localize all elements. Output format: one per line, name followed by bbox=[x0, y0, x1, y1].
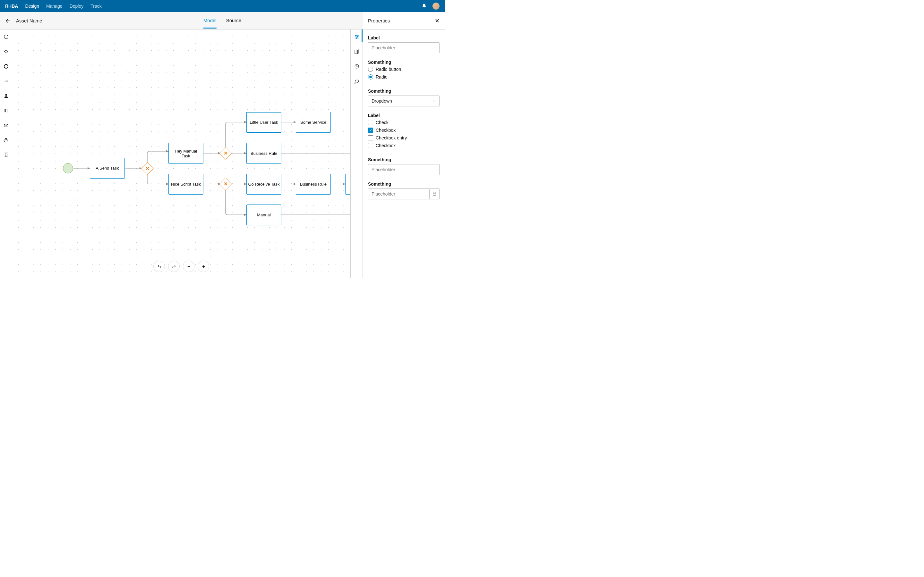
field-checkbox-group: Label Check Checkbox Checkbox entry Chec… bbox=[368, 113, 439, 151]
zoom-out-button[interactable] bbox=[183, 261, 194, 272]
field-radio-group: Something Radio button Radio bbox=[368, 60, 439, 82]
node-service[interactable]: Some Service bbox=[296, 112, 331, 133]
tool-table-icon[interactable] bbox=[3, 108, 9, 113]
node-gateway-3[interactable]: ✕ bbox=[221, 179, 230, 189]
nav-design[interactable]: Design bbox=[25, 3, 39, 9]
tool-script-icon[interactable] bbox=[3, 152, 9, 158]
canvas-wrap: A Send Task ✕ Hey Manual Task Nice Scrip… bbox=[12, 29, 351, 278]
subheader-left: Asset Name bbox=[0, 18, 42, 24]
date-picker-button[interactable] bbox=[430, 189, 439, 199]
properties-title: Properties bbox=[368, 18, 390, 23]
text2-label: Something bbox=[368, 157, 439, 162]
nav-deploy[interactable]: Deploy bbox=[69, 3, 84, 9]
checkbox-label: Checkbox entry bbox=[376, 135, 407, 140]
nav-manage[interactable]: Manage bbox=[46, 3, 63, 9]
node-manual-2[interactable]: Manual bbox=[246, 205, 281, 226]
node-script-task[interactable]: Nice Script Task bbox=[168, 174, 204, 195]
checkbox-option-2[interactable]: Checkbox entry bbox=[368, 135, 439, 140]
undo-button[interactable] bbox=[153, 261, 165, 272]
checkbox-label: Check bbox=[376, 120, 389, 125]
checkbox-option-0[interactable]: Check bbox=[368, 120, 439, 125]
tool-message-icon[interactable] bbox=[3, 122, 9, 128]
node-start-event[interactable] bbox=[63, 163, 73, 173]
rail-comments-icon[interactable] bbox=[354, 78, 360, 84]
checkbox-icon bbox=[368, 120, 373, 125]
nav-track[interactable]: Track bbox=[90, 3, 102, 9]
right-rail bbox=[351, 29, 363, 278]
svg-rect-13 bbox=[433, 193, 436, 195]
svg-point-5 bbox=[4, 64, 8, 68]
tab-model[interactable]: Model bbox=[204, 12, 216, 29]
avatar[interactable] bbox=[433, 3, 439, 10]
label-input[interactable] bbox=[368, 42, 439, 53]
checkbox-group-label: Label bbox=[368, 113, 439, 118]
checkbox-label: Checkbox bbox=[376, 127, 396, 133]
top-nav-left: RHBA Design Manage Deploy Track bbox=[5, 3, 102, 9]
radio-option-0[interactable]: Radio button bbox=[368, 67, 439, 72]
redo-button[interactable] bbox=[168, 261, 180, 272]
canvas[interactable]: A Send Task ✕ Hey Manual Task Nice Scrip… bbox=[12, 29, 351, 278]
svg-rect-4 bbox=[4, 50, 8, 53]
rail-history-icon[interactable] bbox=[354, 63, 360, 69]
radio-label: Radio button bbox=[376, 67, 401, 72]
top-nav-right bbox=[422, 3, 439, 10]
radio-icon bbox=[368, 67, 373, 72]
svg-point-11 bbox=[357, 37, 358, 37]
field-date: Something bbox=[368, 181, 439, 199]
radio-label: Radio bbox=[376, 74, 388, 79]
node-manual-task[interactable]: Hey Manual Task bbox=[168, 143, 204, 164]
back-arrow-icon[interactable] bbox=[5, 18, 10, 24]
properties-header: Properties ✕ bbox=[363, 12, 445, 29]
zoom-in-button[interactable] bbox=[198, 261, 209, 272]
node-receive-task[interactable]: Go Receive Task bbox=[246, 174, 281, 195]
left-toolbar bbox=[0, 29, 12, 278]
properties-body: Label Something Radio button Radio Somet… bbox=[363, 29, 445, 205]
bottom-controls bbox=[153, 261, 209, 272]
top-nav: RHBA Design Manage Deploy Track bbox=[0, 0, 445, 12]
properties-panel: Properties ✕ Label Something Radio butto… bbox=[363, 29, 445, 278]
radio-icon bbox=[368, 74, 373, 79]
node-gateway-1[interactable]: ✕ bbox=[142, 164, 152, 173]
field-label-text: Label bbox=[368, 35, 439, 40]
field-text-2: Something bbox=[368, 157, 439, 175]
date-input[interactable] bbox=[368, 189, 430, 199]
date-label: Something bbox=[368, 181, 439, 187]
rail-properties-icon[interactable] bbox=[354, 34, 360, 40]
node-gateway-2[interactable]: ✕ bbox=[221, 148, 230, 158]
rail-map-icon[interactable] bbox=[354, 49, 360, 55]
dropdown-select[interactable]: Dropdown bbox=[368, 95, 439, 106]
svg-point-10 bbox=[355, 35, 356, 36]
checkbox-icon bbox=[368, 135, 373, 140]
tool-end-event-icon[interactable] bbox=[3, 63, 9, 69]
tool-connector-icon[interactable] bbox=[3, 78, 9, 84]
bell-icon[interactable] bbox=[422, 3, 427, 9]
checkbox-icon bbox=[368, 127, 373, 133]
node-business-rule-1[interactable]: Business Rule bbox=[246, 143, 281, 164]
calendar-icon bbox=[432, 192, 437, 197]
dropdown-value: Dropdown bbox=[372, 98, 392, 103]
tool-start-event-icon[interactable] bbox=[3, 34, 9, 40]
close-icon[interactable]: ✕ bbox=[435, 17, 439, 24]
field-dropdown: Something Dropdown bbox=[368, 89, 439, 106]
node-send-task[interactable]: A Send Task bbox=[90, 158, 125, 179]
svg-rect-7 bbox=[4, 109, 8, 112]
tool-hand-icon[interactable] bbox=[3, 137, 9, 143]
chevron-down-icon bbox=[432, 99, 436, 103]
tab-source[interactable]: Source bbox=[226, 12, 242, 29]
field-label-1: Label bbox=[368, 35, 439, 53]
subheader-tabs: Model Source bbox=[204, 12, 241, 29]
radio-option-1[interactable]: Radio bbox=[368, 74, 439, 79]
tool-gateway-icon[interactable] bbox=[3, 49, 9, 55]
node-user-task[interactable]: Little User Task bbox=[246, 112, 281, 133]
brand: RHBA bbox=[5, 3, 18, 9]
tool-user-icon[interactable] bbox=[3, 93, 9, 99]
svg-point-3 bbox=[4, 35, 8, 39]
node-business-rule-2[interactable]: Business Rule bbox=[296, 174, 331, 195]
svg-point-6 bbox=[5, 94, 7, 95]
node-last[interactable]: Last bbox=[345, 174, 351, 195]
checkbox-label: Checkbox bbox=[376, 143, 396, 148]
checkbox-option-3[interactable]: Checkbox bbox=[368, 143, 439, 148]
text2-input[interactable] bbox=[368, 164, 439, 175]
checkbox-option-1[interactable]: Checkbox bbox=[368, 127, 439, 133]
checkbox-icon bbox=[368, 143, 373, 148]
